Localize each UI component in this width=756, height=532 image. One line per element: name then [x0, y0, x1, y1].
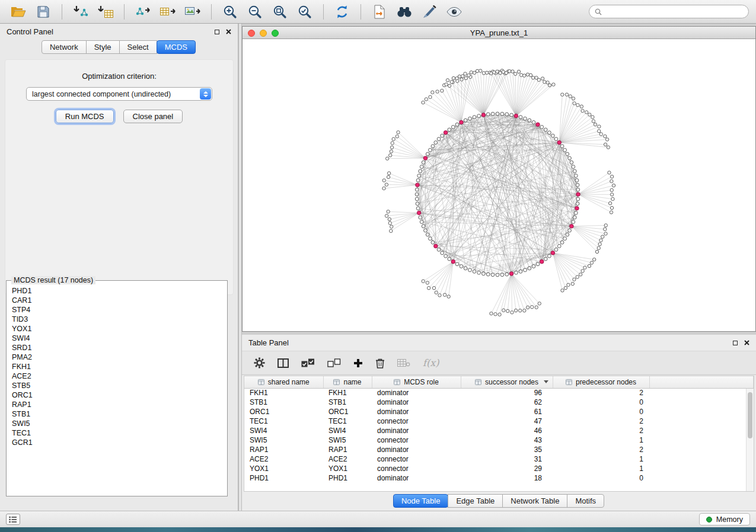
zoom-selected-icon: [298, 5, 312, 19]
tab-node-table[interactable]: Node Table: [393, 494, 449, 508]
import-network-button[interactable]: [69, 2, 92, 21]
close-panel-icon[interactable]: [744, 340, 749, 345]
mcds-result-item[interactable]: ORC1: [12, 390, 222, 400]
tab-style[interactable]: Style: [86, 40, 120, 54]
control-panel-title: Control Panel: [7, 27, 53, 36]
mcds-result-item[interactable]: TID3: [12, 315, 222, 324]
create-column-button[interactable]: [353, 358, 363, 368]
mcds-result-list: PHD1CAR1STP4TID3YOX1SWI4SRD1PMA2FKH1ACE2…: [7, 284, 227, 449]
zoom-in-button[interactable]: [219, 2, 241, 21]
mcds-result-item[interactable]: PMA2: [12, 352, 222, 362]
tab-select[interactable]: Select: [119, 40, 157, 54]
table-settings-button[interactable]: [254, 357, 265, 368]
column-header-icon: [258, 379, 264, 385]
mcds-result-item[interactable]: SWI5: [12, 419, 222, 428]
window-close-icon[interactable]: [248, 30, 255, 37]
mcds-result-item[interactable]: GCR1: [12, 438, 222, 447]
mcds-result-item[interactable]: SWI4: [12, 334, 222, 343]
style-brush-button[interactable]: [418, 2, 441, 21]
memory-button[interactable]: Memory: [699, 513, 750, 525]
column-header-predecessor-nodes[interactable]: predecessor nodes: [553, 376, 649, 388]
float-panel-icon[interactable]: [733, 341, 738, 345]
table-row[interactable]: ORC1ORC1dominator610: [244, 407, 754, 416]
run-mcds-button[interactable]: Run MCDS: [56, 110, 114, 123]
table-scrollbar[interactable]: [746, 389, 754, 491]
close-panel-button[interactable]: Close panel: [123, 110, 183, 123]
search-input[interactable]: [605, 8, 743, 16]
window-minimize-icon[interactable]: [260, 30, 267, 37]
table-panel: Table Panel: [242, 335, 756, 511]
sort-descending-icon[interactable]: [544, 380, 548, 383]
column-header-icon: [333, 379, 340, 385]
column-header-successor-nodes[interactable]: successor nodes: [461, 376, 553, 388]
optimization-criterion-dropdown[interactable]: largest connected component (undirected): [26, 87, 212, 101]
table-row[interactable]: ACE2ACE2connector311: [244, 454, 754, 464]
toggle-visibility-button[interactable]: [443, 2, 465, 21]
tab-network[interactable]: Network: [42, 40, 87, 54]
zoom-out-icon: [248, 5, 262, 19]
tab-motifs[interactable]: Motifs: [567, 494, 604, 508]
open-file-button[interactable]: [7, 2, 30, 21]
dropdown-selected-value: largest connected component (undirected): [32, 90, 171, 98]
tab-edge-table[interactable]: Edge Table: [448, 494, 503, 508]
scrollbar-thumb[interactable]: [748, 392, 752, 438]
mcds-result-item[interactable]: FKH1: [12, 362, 222, 371]
function-builder-button: f(x): [423, 357, 439, 368]
float-panel-icon[interactable]: [215, 30, 219, 34]
table-panel-tabs: Node TableEdge TableNetwork TableMotifs: [242, 494, 756, 508]
mcds-result-item[interactable]: STP4: [12, 305, 222, 315]
table-row[interactable]: STB1STB1dominator620: [244, 398, 754, 407]
mcds-result-item[interactable]: CAR1: [12, 296, 222, 305]
table-row[interactable]: SWI5SWI5connector431: [244, 435, 754, 445]
tab-mcds[interactable]: MCDS: [157, 40, 196, 54]
zoom-fit-button[interactable]: [269, 2, 291, 21]
zoom-selected-button[interactable]: [294, 2, 316, 21]
mcds-result-item[interactable]: ACE2: [12, 371, 222, 381]
export-table-button[interactable]: [157, 2, 179, 21]
search-network-button[interactable]: [393, 2, 416, 21]
table-row[interactable]: RAP1RAP1dominator352: [244, 445, 754, 454]
mcds-result-item[interactable]: STB1: [12, 409, 222, 419]
mcds-result-item[interactable]: TEC1: [12, 428, 222, 438]
table-row[interactable]: PHD1PHD1dominator180: [244, 473, 754, 483]
mcds-result-item[interactable]: RAP1: [12, 400, 222, 409]
column-header-shared-name[interactable]: shared name: [244, 376, 323, 388]
window-maximize-icon[interactable]: [272, 30, 279, 37]
table-row[interactable]: SWI4SWI4dominator462: [244, 426, 754, 435]
control-panel-header: Control Panel: [0, 24, 238, 40]
export-network-button[interactable]: [132, 2, 154, 21]
column-header-name[interactable]: name: [323, 376, 372, 388]
binoculars-icon: [397, 7, 412, 17]
network-canvas[interactable]: [243, 39, 755, 331]
save-button[interactable]: [32, 2, 55, 21]
save-icon: [37, 6, 49, 18]
list-icon: [9, 516, 17, 523]
network-graph[interactable]: [243, 39, 755, 331]
mcds-result-item[interactable]: PHD1: [12, 286, 222, 296]
network-window-title: YPA_prune.txt_1: [470, 28, 528, 37]
mcds-result-group: MCDS result (17 nodes) PHD1CAR1STP4TID3Y…: [6, 276, 228, 496]
panel-selector-button[interactable]: [6, 514, 20, 525]
deselect-all-button[interactable]: [327, 358, 341, 368]
import-table-button[interactable]: [94, 2, 117, 21]
select-all-button[interactable]: [301, 358, 315, 368]
close-panel-icon[interactable]: [226, 29, 231, 34]
mcds-result-item[interactable]: SRD1: [12, 343, 222, 352]
show-columns-button[interactable]: [277, 358, 289, 368]
table-row[interactable]: YOX1YOX1connector291: [244, 464, 754, 473]
network-window-titlebar: YPA_prune.txt_1: [243, 27, 755, 39]
share-document-button[interactable]: [368, 2, 391, 21]
search-icon: [595, 8, 602, 15]
column-header-icon: [394, 379, 400, 385]
refresh-button[interactable]: [331, 2, 353, 21]
column-header-mcds-role[interactable]: MCDS role: [372, 376, 461, 388]
table-row[interactable]: TEC1TEC1connector472: [244, 416, 754, 426]
zoom-in-icon: [223, 5, 237, 19]
tab-network-table[interactable]: Network Table: [502, 494, 567, 508]
mcds-result-item[interactable]: YOX1: [12, 324, 222, 334]
delete-column-button[interactable]: [375, 358, 385, 368]
export-image-button[interactable]: [181, 2, 204, 21]
table-row[interactable]: FKH1FKH1dominator962: [244, 388, 754, 398]
mcds-result-item[interactable]: STB5: [12, 381, 222, 390]
zoom-out-button[interactable]: [244, 2, 266, 21]
